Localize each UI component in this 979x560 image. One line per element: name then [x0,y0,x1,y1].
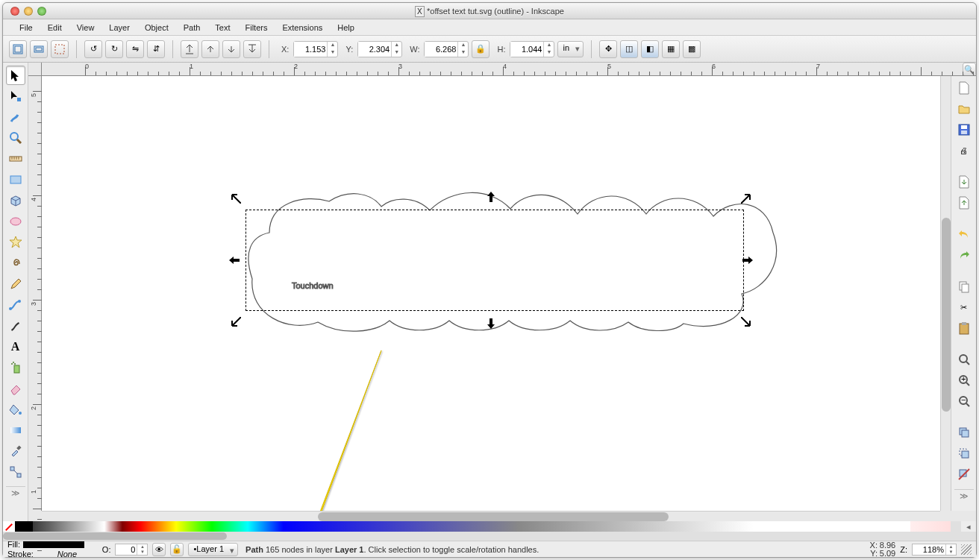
vertical-scrollbar[interactable] [940,76,951,511]
tool-bezier[interactable] [6,295,25,315]
tool-zoom[interactable] [6,128,25,148]
save-icon[interactable] [955,121,973,139]
tool-pencil[interactable] [6,274,25,294]
tool-3dbox[interactable] [6,191,25,210]
handle-e[interactable] [742,255,753,265]
flip-horizontal-icon[interactable]: ⇋ [126,40,144,58]
tool-selector[interactable] [6,66,25,85]
y-input[interactable]: ▲▼ [357,41,402,57]
menu-layer[interactable]: Layer [101,19,137,35]
open-icon[interactable] [955,100,973,118]
layer-select[interactable]: •Layer 1 [188,543,238,556]
affect-gradient-icon[interactable]: ▦ [662,40,680,58]
lower-to-bottom-icon[interactable] [243,40,261,58]
select-in-all-layers-icon[interactable] [30,40,48,58]
units-select[interactable]: in [557,41,584,57]
menu-path[interactable]: Path [176,19,208,35]
handle-w[interactable] [229,255,240,265]
tool-measure[interactable] [6,149,25,169]
rotate-ccw-icon[interactable]: ↺ [84,40,102,58]
scroll-thumb[interactable] [3,532,227,540]
opacity-input[interactable]: ▲▼ [115,544,148,556]
horizontal-scrollbar[interactable] [42,511,940,521]
palette-scrollbar[interactable] [3,532,951,541]
lower-icon[interactable] [222,40,240,58]
resize-grip-icon[interactable] [961,544,972,555]
tool-star[interactable] [6,233,25,252]
stroke-value[interactable]: None [37,550,98,559]
deselect-icon[interactable] [51,40,69,58]
menu-extensions[interactable]: Extensions [275,19,330,35]
zoom-field[interactable] [913,544,945,555]
zoom-drawing-icon[interactable]: + [955,371,973,389]
tool-calligraphy[interactable] [6,316,25,336]
tool-eraser[interactable] [6,379,25,398]
scroll-thumb[interactable] [942,218,951,412]
canvas[interactable]: Touchdown [42,76,940,511]
unlink-clone-icon[interactable] [955,465,973,483]
handle-sw[interactable] [231,317,241,327]
redo-icon[interactable] [955,246,973,264]
raise-to-top-icon[interactable] [181,40,198,58]
import-icon[interactable] [955,173,973,191]
scroll-thumb[interactable] [318,512,669,521]
no-fill-swatch[interactable] [3,521,15,532]
tool-rect[interactable] [6,170,25,189]
menu-edit[interactable]: Edit [40,19,69,35]
flip-vertical-icon[interactable]: ⇵ [147,40,165,58]
handle-n[interactable] [486,192,496,202]
print-icon[interactable]: 🖨 [955,142,973,160]
export-icon[interactable] [955,194,973,212]
ruler-vertical[interactable]: 54321 [28,76,42,511]
menu-view[interactable]: View [69,19,102,35]
affect-stroke-icon[interactable]: ◫ [620,40,638,58]
w-field[interactable] [425,42,457,57]
toolbox-overflow-icon[interactable]: ≫ [6,486,25,500]
undo-icon[interactable] [955,225,973,243]
handle-se[interactable] [741,317,751,327]
tool-dropper[interactable] [6,441,25,461]
tool-spiral[interactable] [6,254,25,273]
tool-tweak[interactable] [6,107,25,127]
layer-visibility-icon[interactable]: 👁 [152,543,166,556]
cut-icon[interactable]: ✂ [955,298,973,316]
affect-corners-icon[interactable]: ◧ [641,40,659,58]
palette-menu-icon[interactable]: ◂ [961,521,976,532]
tool-paint-bucket[interactable] [6,400,25,419]
layer-lock-icon[interactable]: 🔓 [170,543,184,556]
search-icon[interactable]: 🔍 [963,63,976,76]
h-field[interactable] [510,42,543,57]
tool-text[interactable]: A [6,337,25,356]
affect-pattern-icon[interactable]: ▩ [683,40,701,58]
menu-text[interactable]: Text [207,19,237,35]
menu-help[interactable]: Help [330,19,362,35]
commands-overflow-icon[interactable]: ≫ [954,489,974,503]
handle-ne[interactable] [741,193,751,204]
raise-icon[interactable] [201,40,219,58]
opacity-field[interactable] [116,544,137,555]
rotate-cw-icon[interactable]: ↻ [105,40,123,58]
menu-file[interactable]: File [12,19,40,35]
x-field[interactable] [294,42,327,57]
tool-spray[interactable] [6,358,25,377]
x-input[interactable]: ▲▼ [293,41,338,57]
handle-nw[interactable] [231,193,241,204]
ruler-horizontal[interactable]: 🔍 01234567 [42,63,976,76]
palette-swatches[interactable] [15,521,951,532]
handle-s[interactable] [486,318,496,329]
zoom-fit-icon[interactable] [955,350,973,368]
select-all-layers-icon[interactable] [9,40,27,58]
w-input[interactable]: ▲▼ [424,41,469,57]
zoom-input[interactable]: ▲▼ [912,544,957,556]
tool-ellipse[interactable] [6,212,25,231]
copy-icon[interactable] [955,277,973,295]
fill-swatch[interactable] [23,541,84,548]
paste-icon[interactable] [955,319,973,337]
lock-aspect-icon[interactable]: 🔒 [472,40,490,58]
y-field[interactable] [358,42,391,57]
tool-node[interactable] [6,86,25,106]
zoom-page-icon[interactable]: − [955,392,973,410]
menu-filters[interactable]: Filters [238,19,275,35]
tool-gradient[interactable] [6,421,25,440]
clone-icon[interactable] [955,444,973,462]
